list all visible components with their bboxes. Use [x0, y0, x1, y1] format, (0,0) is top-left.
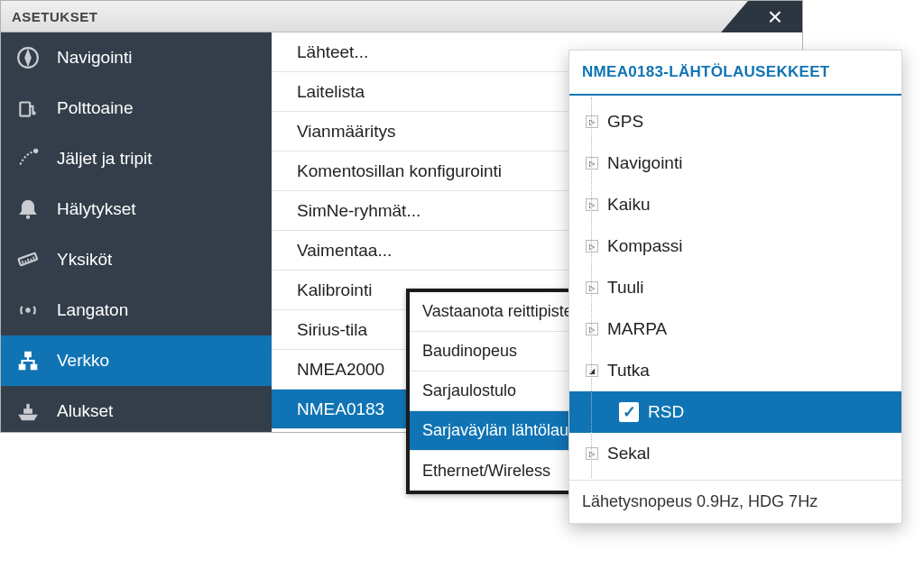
tree-node-radar[interactable]: Tutka	[569, 350, 901, 391]
svg-point-4	[26, 216, 29, 218]
chevron-right-icon	[586, 240, 598, 252]
sidebar-item-units[interactable]: Yksiköt	[1, 234, 272, 285]
tree-node-wind[interactable]: Tuuli	[569, 267, 901, 308]
sidebar: Navigointi Polttoaine Jäljet ja tripit H…	[1, 32, 272, 432]
tree-label: Sekal	[607, 444, 651, 463]
tree-label: GPS	[607, 112, 643, 132]
main-item-label: Komentosillan konfigurointi	[297, 161, 502, 181]
svg-rect-11	[27, 404, 29, 408]
sidebar-item-tracks[interactable]: Jäljet ja tripit	[1, 133, 272, 184]
main-item-label: Kalibrointi	[297, 280, 372, 300]
chevron-right-icon	[586, 115, 598, 128]
chevron-right-icon	[586, 281, 598, 294]
sidebar-item-label: Verkko	[57, 351, 109, 371]
tree-label: Tuuli	[607, 278, 643, 298]
svg-rect-1	[20, 103, 30, 116]
tree-label: Kompassi	[607, 236, 682, 256]
chevron-down-icon	[586, 364, 598, 377]
tree-leaf-rsd[interactable]: RSD	[569, 391, 901, 433]
main-item-label: Lähteet...	[297, 42, 368, 62]
chevron-right-icon	[586, 198, 598, 211]
alarm-icon	[15, 197, 41, 222]
main-item-label: Vianmääritys	[297, 122, 395, 142]
fuel-icon	[15, 96, 41, 121]
vessels-icon	[15, 399, 41, 424]
compass-icon	[15, 45, 41, 70]
sidebar-item-label: Navigointi	[57, 48, 132, 68]
tree-label: Tutka	[607, 361, 650, 381]
tree-node-misc[interactable]: Sekal	[569, 433, 901, 474]
tree-node-gps[interactable]: GPS	[569, 101, 901, 142]
tree-label: Kaiku	[607, 195, 651, 215]
units-icon	[15, 247, 41, 272]
sidebar-item-network[interactable]: Verkko	[1, 335, 272, 386]
tree-label: MARPA	[607, 319, 667, 339]
svg-rect-9	[31, 364, 37, 369]
tree-leaf-label: RSD	[648, 402, 684, 422]
chevron-right-icon	[586, 447, 598, 460]
main-item-label: SimNe-ryhmät...	[297, 201, 420, 221]
tree-node-navigation[interactable]: Navigointi	[569, 142, 901, 184]
checkbox-checked-icon[interactable]	[619, 402, 639, 422]
sidebar-item-label: Langaton	[57, 300, 128, 320]
main-item-label: Vaimentaa...	[297, 241, 392, 261]
svg-rect-7	[25, 352, 32, 356]
submenu-label: Ethernet/Wireless	[422, 462, 550, 481]
tree-node-echo[interactable]: Kaiku	[569, 184, 901, 225]
wireless-icon	[15, 298, 41, 323]
output-sentences-title: NMEA0183-LÄHTÖLAUSEKKEET	[569, 50, 901, 96]
tree-node-marpa[interactable]: MARPA	[569, 308, 901, 350]
tree-label: Navigointi	[607, 153, 682, 173]
header-title: ASETUKSET	[12, 9, 97, 24]
sidebar-item-fuel[interactable]: Polttoaine	[1, 83, 272, 133]
sidebar-item-label: Jäljet ja tripit	[57, 149, 152, 169]
network-icon	[15, 348, 41, 373]
sidebar-item-label: Alukset	[57, 401, 113, 421]
main-item-label: NMEA0183	[297, 399, 384, 419]
output-tree: GPS Navigointi Kaiku Kompassi Tuuli MARP…	[569, 96, 901, 480]
sidebar-item-navigation[interactable]: Navigointi	[1, 32, 272, 83]
sidebar-item-alarms[interactable]: Hälytykset	[1, 184, 272, 234]
tree-node-compass[interactable]: Kompassi	[569, 225, 901, 267]
svg-rect-8	[19, 364, 25, 369]
submenu-label: Baudinopeus	[422, 342, 517, 361]
sidebar-item-label: Hälytykset	[57, 199, 136, 219]
tracks-icon	[15, 146, 41, 171]
main-item-label: Laitelista	[297, 82, 365, 102]
svg-point-3	[34, 149, 38, 152]
submenu-label: Sarjaulostulo	[422, 381, 516, 400]
svg-point-2	[32, 112, 35, 115]
sidebar-item-label: Polttoaine	[57, 98, 134, 118]
submenu-label: Vastaanota reittipiste	[422, 302, 573, 321]
svg-rect-10	[24, 409, 32, 413]
main-item-label: NMEA2000	[297, 360, 384, 380]
close-button[interactable]	[748, 1, 802, 32]
chevron-right-icon	[586, 323, 598, 335]
sidebar-item-wireless[interactable]: Langaton	[1, 285, 272, 335]
chevron-right-icon	[586, 157, 598, 170]
output-sentences-panel: NMEA0183-LÄHTÖLAUSEKKEET GPS Navigointi …	[568, 50, 902, 524]
main-item-label: Sirius-tila	[297, 320, 367, 340]
output-footer: Lähetysnopeus 0.9Hz, HDG 7Hz	[569, 480, 901, 523]
header-bar: ASETUKSET	[1, 1, 802, 32]
sidebar-item-label: Yksiköt	[57, 250, 112, 270]
svg-point-6	[26, 308, 30, 312]
sidebar-item-vessels[interactable]: Alukset	[1, 386, 272, 432]
